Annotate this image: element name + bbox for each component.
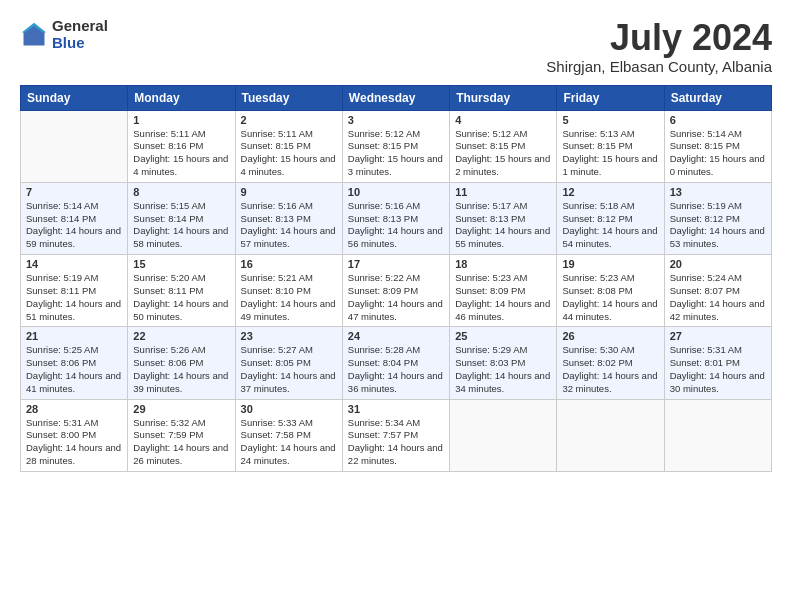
table-row: 17Sunrise: 5:22 AM Sunset: 8:09 PM Dayli… xyxy=(342,255,449,327)
day-info: Sunrise: 5:17 AM Sunset: 8:13 PM Dayligh… xyxy=(455,200,551,251)
table-row: 20Sunrise: 5:24 AM Sunset: 8:07 PM Dayli… xyxy=(664,255,771,327)
day-info: Sunrise: 5:24 AM Sunset: 8:07 PM Dayligh… xyxy=(670,272,766,323)
table-row: 14Sunrise: 5:19 AM Sunset: 8:11 PM Dayli… xyxy=(21,255,128,327)
day-info: Sunrise: 5:29 AM Sunset: 8:03 PM Dayligh… xyxy=(455,344,551,395)
day-info: Sunrise: 5:19 AM Sunset: 8:11 PM Dayligh… xyxy=(26,272,122,323)
table-row: 12Sunrise: 5:18 AM Sunset: 8:12 PM Dayli… xyxy=(557,182,664,254)
day-number: 16 xyxy=(241,258,337,270)
col-saturday: Saturday xyxy=(664,85,771,110)
calendar-header-row: Sunday Monday Tuesday Wednesday Thursday… xyxy=(21,85,772,110)
day-info: Sunrise: 5:15 AM Sunset: 8:14 PM Dayligh… xyxy=(133,200,229,251)
day-number: 20 xyxy=(670,258,766,270)
day-number: 12 xyxy=(562,186,658,198)
day-number: 10 xyxy=(348,186,444,198)
table-row: 30Sunrise: 5:33 AM Sunset: 7:58 PM Dayli… xyxy=(235,399,342,471)
logo: General Blue xyxy=(20,18,108,51)
day-info: Sunrise: 5:16 AM Sunset: 8:13 PM Dayligh… xyxy=(241,200,337,251)
table-row: 13Sunrise: 5:19 AM Sunset: 8:12 PM Dayli… xyxy=(664,182,771,254)
day-number: 19 xyxy=(562,258,658,270)
day-number: 17 xyxy=(348,258,444,270)
calendar-table: Sunday Monday Tuesday Wednesday Thursday… xyxy=(20,85,772,472)
day-number: 23 xyxy=(241,330,337,342)
day-info: Sunrise: 5:11 AM Sunset: 8:16 PM Dayligh… xyxy=(133,128,229,179)
table-row: 16Sunrise: 5:21 AM Sunset: 8:10 PM Dayli… xyxy=(235,255,342,327)
day-info: Sunrise: 5:27 AM Sunset: 8:05 PM Dayligh… xyxy=(241,344,337,395)
table-row: 6Sunrise: 5:14 AM Sunset: 8:15 PM Daylig… xyxy=(664,110,771,182)
table-row: 18Sunrise: 5:23 AM Sunset: 8:09 PM Dayli… xyxy=(450,255,557,327)
day-info: Sunrise: 5:28 AM Sunset: 8:04 PM Dayligh… xyxy=(348,344,444,395)
day-number: 21 xyxy=(26,330,122,342)
day-number: 6 xyxy=(670,114,766,126)
col-monday: Monday xyxy=(128,85,235,110)
table-row: 5Sunrise: 5:13 AM Sunset: 8:15 PM Daylig… xyxy=(557,110,664,182)
day-info: Sunrise: 5:31 AM Sunset: 8:01 PM Dayligh… xyxy=(670,344,766,395)
day-info: Sunrise: 5:32 AM Sunset: 7:59 PM Dayligh… xyxy=(133,417,229,468)
day-info: Sunrise: 5:23 AM Sunset: 8:08 PM Dayligh… xyxy=(562,272,658,323)
subtitle: Shirgjan, Elbasan County, Albania xyxy=(546,58,772,75)
day-info: Sunrise: 5:11 AM Sunset: 8:15 PM Dayligh… xyxy=(241,128,337,179)
col-wednesday: Wednesday xyxy=(342,85,449,110)
day-info: Sunrise: 5:26 AM Sunset: 8:06 PM Dayligh… xyxy=(133,344,229,395)
table-row: 28Sunrise: 5:31 AM Sunset: 8:00 PM Dayli… xyxy=(21,399,128,471)
table-row: 15Sunrise: 5:20 AM Sunset: 8:11 PM Dayli… xyxy=(128,255,235,327)
page: General Blue July 2024 Shirgjan, Elbasan… xyxy=(0,0,792,612)
day-number: 29 xyxy=(133,403,229,415)
day-info: Sunrise: 5:25 AM Sunset: 8:06 PM Dayligh… xyxy=(26,344,122,395)
table-row: 23Sunrise: 5:27 AM Sunset: 8:05 PM Dayli… xyxy=(235,327,342,399)
table-row: 8Sunrise: 5:15 AM Sunset: 8:14 PM Daylig… xyxy=(128,182,235,254)
day-number: 1 xyxy=(133,114,229,126)
table-row: 10Sunrise: 5:16 AM Sunset: 8:13 PM Dayli… xyxy=(342,182,449,254)
table-row xyxy=(21,110,128,182)
day-info: Sunrise: 5:23 AM Sunset: 8:09 PM Dayligh… xyxy=(455,272,551,323)
col-tuesday: Tuesday xyxy=(235,85,342,110)
day-number: 9 xyxy=(241,186,337,198)
table-row: 24Sunrise: 5:28 AM Sunset: 8:04 PM Dayli… xyxy=(342,327,449,399)
day-info: Sunrise: 5:21 AM Sunset: 8:10 PM Dayligh… xyxy=(241,272,337,323)
table-row: 22Sunrise: 5:26 AM Sunset: 8:06 PM Dayli… xyxy=(128,327,235,399)
col-thursday: Thursday xyxy=(450,85,557,110)
table-row: 25Sunrise: 5:29 AM Sunset: 8:03 PM Dayli… xyxy=(450,327,557,399)
day-number: 5 xyxy=(562,114,658,126)
day-info: Sunrise: 5:14 AM Sunset: 8:15 PM Dayligh… xyxy=(670,128,766,179)
day-info: Sunrise: 5:14 AM Sunset: 8:14 PM Dayligh… xyxy=(26,200,122,251)
day-number: 11 xyxy=(455,186,551,198)
table-row: 3Sunrise: 5:12 AM Sunset: 8:15 PM Daylig… xyxy=(342,110,449,182)
table-row: 27Sunrise: 5:31 AM Sunset: 8:01 PM Dayli… xyxy=(664,327,771,399)
day-number: 15 xyxy=(133,258,229,270)
table-row: 4Sunrise: 5:12 AM Sunset: 8:15 PM Daylig… xyxy=(450,110,557,182)
main-title: July 2024 xyxy=(546,18,772,58)
day-info: Sunrise: 5:12 AM Sunset: 8:15 PM Dayligh… xyxy=(348,128,444,179)
table-row: 31Sunrise: 5:34 AM Sunset: 7:57 PM Dayli… xyxy=(342,399,449,471)
day-info: Sunrise: 5:22 AM Sunset: 8:09 PM Dayligh… xyxy=(348,272,444,323)
table-row xyxy=(557,399,664,471)
logo-icon xyxy=(20,21,48,49)
day-info: Sunrise: 5:33 AM Sunset: 7:58 PM Dayligh… xyxy=(241,417,337,468)
day-info: Sunrise: 5:18 AM Sunset: 8:12 PM Dayligh… xyxy=(562,200,658,251)
day-number: 3 xyxy=(348,114,444,126)
day-number: 28 xyxy=(26,403,122,415)
logo-general: General xyxy=(52,18,108,35)
day-info: Sunrise: 5:13 AM Sunset: 8:15 PM Dayligh… xyxy=(562,128,658,179)
title-block: July 2024 Shirgjan, Elbasan County, Alba… xyxy=(546,18,772,75)
day-info: Sunrise: 5:12 AM Sunset: 8:15 PM Dayligh… xyxy=(455,128,551,179)
table-row: 19Sunrise: 5:23 AM Sunset: 8:08 PM Dayli… xyxy=(557,255,664,327)
table-row: 7Sunrise: 5:14 AM Sunset: 8:14 PM Daylig… xyxy=(21,182,128,254)
logo-text: General Blue xyxy=(52,18,108,51)
col-sunday: Sunday xyxy=(21,85,128,110)
table-row: 11Sunrise: 5:17 AM Sunset: 8:13 PM Dayli… xyxy=(450,182,557,254)
table-row: 1Sunrise: 5:11 AM Sunset: 8:16 PM Daylig… xyxy=(128,110,235,182)
table-row xyxy=(664,399,771,471)
header: General Blue July 2024 Shirgjan, Elbasan… xyxy=(20,18,772,75)
day-info: Sunrise: 5:30 AM Sunset: 8:02 PM Dayligh… xyxy=(562,344,658,395)
col-friday: Friday xyxy=(557,85,664,110)
day-number: 27 xyxy=(670,330,766,342)
day-number: 7 xyxy=(26,186,122,198)
day-number: 2 xyxy=(241,114,337,126)
day-info: Sunrise: 5:19 AM Sunset: 8:12 PM Dayligh… xyxy=(670,200,766,251)
day-number: 24 xyxy=(348,330,444,342)
table-row: 21Sunrise: 5:25 AM Sunset: 8:06 PM Dayli… xyxy=(21,327,128,399)
day-number: 14 xyxy=(26,258,122,270)
table-row: 26Sunrise: 5:30 AM Sunset: 8:02 PM Dayli… xyxy=(557,327,664,399)
day-number: 22 xyxy=(133,330,229,342)
day-number: 26 xyxy=(562,330,658,342)
